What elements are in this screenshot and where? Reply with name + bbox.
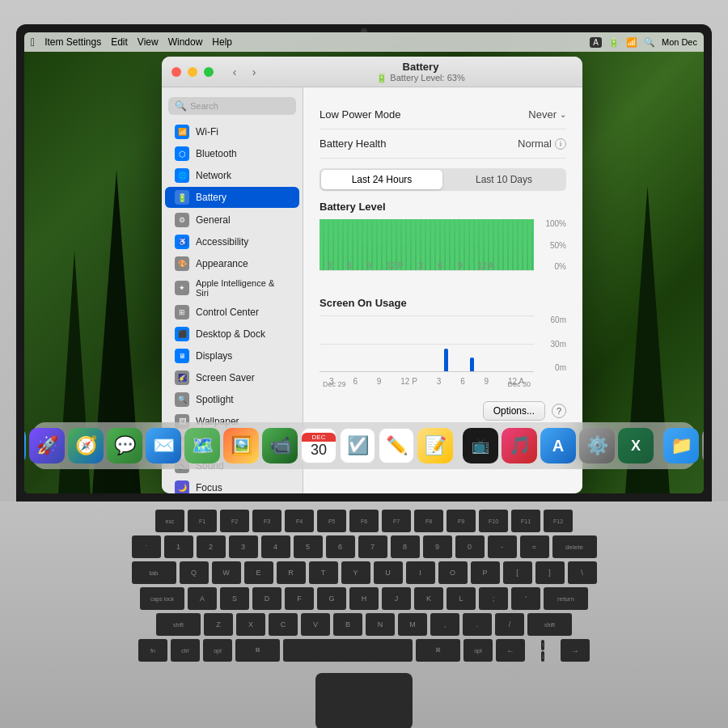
key-0[interactable]: 0 xyxy=(455,535,485,558)
key-f1[interactable]: F1 xyxy=(188,510,217,532)
key-tab[interactable]: tab xyxy=(132,561,176,584)
menu-search-icon[interactable]: 🔍 xyxy=(644,37,655,48)
sidebar-item-spotlight[interactable]: 🔍 Spotlight xyxy=(165,389,299,410)
sidebar-item-appearance[interactable]: 🎨 Appearance xyxy=(165,253,299,274)
key-f6[interactable]: F6 xyxy=(349,510,379,532)
key-5[interactable]: 5 xyxy=(294,535,323,558)
key-x[interactable]: X xyxy=(236,613,265,636)
dock-item-messages[interactable]: 💬 xyxy=(107,428,142,463)
key-period[interactable]: . xyxy=(463,613,492,636)
key-fn[interactable]: fn xyxy=(138,639,167,662)
sidebar-item-control-center[interactable]: ⊞ Control Center xyxy=(165,302,299,323)
key-b[interactable]: B xyxy=(333,613,362,636)
key-l[interactable]: L xyxy=(447,587,476,610)
options-button[interactable]: Options... xyxy=(483,401,545,421)
key-option-right[interactable]: opt xyxy=(463,639,493,662)
key-f10[interactable]: F10 xyxy=(479,510,508,532)
key-y[interactable]: Y xyxy=(341,561,370,584)
menu-item-edit[interactable]: Edit xyxy=(111,36,128,48)
sidebar-item-battery[interactable]: 🔋 Battery xyxy=(165,187,299,208)
sidebar-item-displays[interactable]: 🖥 Displays xyxy=(165,345,299,366)
key-1[interactable]: 1 xyxy=(164,535,193,558)
sidebar-item-desktop-dock[interactable]: ⬛ Desktop & Dock xyxy=(165,324,299,345)
sidebar-item-network[interactable]: 🌐 Network xyxy=(165,165,299,186)
key-equals[interactable]: = xyxy=(520,535,549,558)
key-ctrl[interactable]: ctrl xyxy=(171,639,200,662)
dock-item-tv[interactable]: 📺 xyxy=(463,428,498,463)
dock-item-calendar[interactable]: DEC 30 xyxy=(301,428,336,463)
key-7[interactable]: 7 xyxy=(358,535,387,558)
key-slash[interactable]: / xyxy=(495,613,524,636)
key-minus[interactable]: - xyxy=(488,535,517,558)
key-backtick[interactable]: ` xyxy=(132,535,161,558)
minimize-button[interactable] xyxy=(188,67,197,77)
dock-item-syspref[interactable]: ⚙️ xyxy=(579,428,615,463)
sidebar-item-bluetooth[interactable]: ⬡ Bluetooth xyxy=(165,143,299,164)
info-icon[interactable]: i xyxy=(555,138,566,150)
key-f[interactable]: F xyxy=(285,587,314,610)
key-c[interactable]: C xyxy=(269,613,298,636)
tab-24h[interactable]: Last 24 Hours xyxy=(321,170,442,189)
key-up[interactable]: ↑ xyxy=(541,640,544,650)
key-k[interactable]: K xyxy=(414,587,443,610)
key-lshift[interactable]: shift xyxy=(156,613,201,636)
key-f11[interactable]: F11 xyxy=(511,510,540,532)
key-f7[interactable]: F7 xyxy=(382,510,411,532)
dock-item-music[interactable]: 🎵 xyxy=(502,428,537,463)
key-h[interactable]: H xyxy=(349,587,379,610)
key-semicolon[interactable]: ; xyxy=(479,587,508,610)
key-delete[interactable]: delete xyxy=(552,535,597,558)
key-f2[interactable]: F2 xyxy=(220,510,249,532)
dock-item-facetime[interactable]: 📹 xyxy=(262,428,298,463)
key-f8[interactable]: F8 xyxy=(414,510,443,532)
key-quote[interactable]: ' xyxy=(511,587,540,610)
key-e[interactable]: E xyxy=(244,561,273,584)
key-m[interactable]: M xyxy=(398,613,427,636)
key-cmd-right[interactable]: ⌘ xyxy=(416,639,460,662)
key-2[interactable]: 2 xyxy=(197,535,226,558)
nav-back-button[interactable]: ‹ xyxy=(226,64,243,80)
key-f12[interactable]: F12 xyxy=(544,510,573,532)
key-left[interactable]: ← xyxy=(496,639,525,662)
menu-item-help[interactable]: Help xyxy=(212,36,232,48)
sidebar-item-screen-saver[interactable]: 🌠 Screen Saver xyxy=(165,367,299,388)
key-option[interactable]: opt xyxy=(203,639,232,662)
key-p[interactable]: P xyxy=(471,561,500,584)
dock-item-launchpad[interactable]: 🚀 xyxy=(29,428,65,463)
key-o[interactable]: O xyxy=(438,561,468,584)
key-q[interactable]: Q xyxy=(180,561,209,584)
key-g[interactable]: G xyxy=(317,587,346,610)
key-u[interactable]: U xyxy=(374,561,403,584)
key-d[interactable]: D xyxy=(252,587,281,610)
key-rbracket[interactable]: ] xyxy=(535,561,565,584)
sidebar-item-apple-intelligence[interactable]: ✦ Apple Intelligence & Siri xyxy=(165,275,299,301)
key-comma[interactable]: , xyxy=(430,613,459,636)
key-n[interactable]: N xyxy=(366,613,395,636)
sidebar-item-general[interactable]: ⚙ General xyxy=(165,210,299,231)
key-down[interactable]: ↓ xyxy=(541,651,544,662)
maximize-button[interactable] xyxy=(204,67,214,77)
dock-item-finder2[interactable]: 📁 xyxy=(663,428,699,463)
key-v[interactable]: V xyxy=(301,613,330,636)
sidebar-item-accessibility[interactable]: ♿ Accessibility xyxy=(165,231,299,252)
key-t[interactable]: T xyxy=(309,561,338,584)
close-button[interactable] xyxy=(171,67,181,77)
key-z[interactable]: Z xyxy=(204,613,233,636)
key-f4[interactable]: F4 xyxy=(285,510,314,532)
key-cmd-left[interactable]: ⌘ xyxy=(235,639,280,662)
help-button[interactable]: ? xyxy=(552,404,566,418)
dock-item-mail[interactable]: ✉️ xyxy=(146,428,181,463)
key-a[interactable]: A xyxy=(188,587,217,610)
key-backslash[interactable]: \ xyxy=(568,561,597,584)
key-9[interactable]: 9 xyxy=(423,535,452,558)
dock-item-reminders[interactable]: ☑️ xyxy=(340,428,375,463)
key-8[interactable]: 8 xyxy=(391,535,420,558)
key-esc[interactable]: esc xyxy=(155,510,184,532)
key-6[interactable]: 6 xyxy=(326,535,355,558)
nav-forward-button[interactable]: › xyxy=(246,64,262,80)
key-s[interactable]: S xyxy=(220,587,249,610)
key-right[interactable]: → xyxy=(561,639,590,662)
dock-item-appstore[interactable]: A xyxy=(540,428,576,463)
dock-item-freeform[interactable]: ✏️ xyxy=(379,428,414,463)
key-lbracket[interactable]: [ xyxy=(503,561,532,584)
